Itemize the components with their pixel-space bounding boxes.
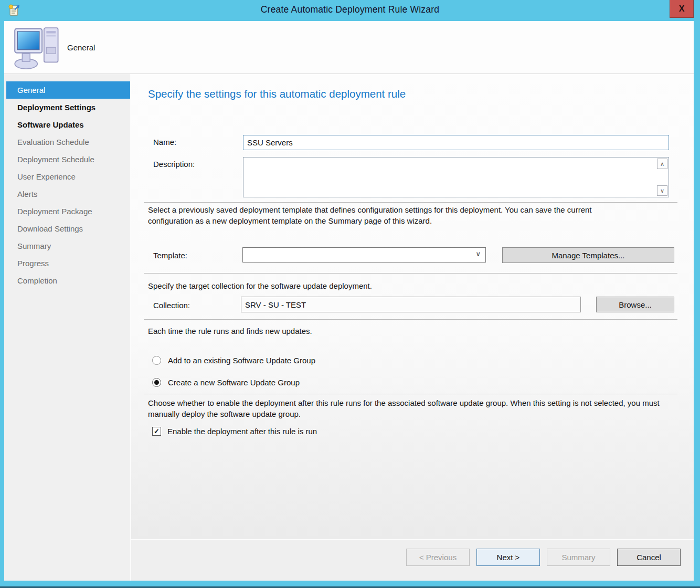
page-banner: General [4, 21, 694, 74]
summary-button: Summary [547, 549, 610, 566]
wizard-steps-sidebar: General Deployment Settings Software Upd… [4, 74, 131, 581]
sidebar-item-summary: Summary [6, 237, 130, 255]
checkbox-checked[interactable]: ✓ [152, 427, 161, 436]
section-divider [144, 273, 677, 274]
sidebar-item-user-experience: User Experience [6, 168, 130, 185]
window-title: Create Automatic Deployment Rule Wizard [0, 4, 700, 15]
enable-deployment-checkbox-row[interactable]: ✓ Enable the deployment after this rule … [152, 427, 317, 436]
name-label: Name: [153, 138, 176, 146]
radio-label: Create a new Software Update Group [168, 378, 300, 387]
cancel-button[interactable]: Cancel [617, 549, 681, 566]
manage-templates-button[interactable]: Manage Templates... [502, 247, 674, 263]
sidebar-item-deployment-schedule: Deployment Schedule [6, 151, 130, 168]
sidebar-item-completion: Completion [6, 272, 130, 289]
template-help-text: Select a previously saved deployment tem… [148, 204, 623, 226]
radio-button-unselected[interactable] [152, 356, 161, 365]
banner-page-label: General [67, 43, 95, 52]
next-button[interactable]: Next > [476, 549, 540, 566]
enable-help-text: Choose whether to enable the deployment … [148, 397, 677, 419]
titlebar: Create Automatic Deployment Rule Wizard … [0, 0, 700, 21]
browse-button[interactable]: Browse... [596, 297, 674, 312]
sidebar-item-download-settings: Download Settings [6, 220, 130, 237]
sidebar-item-general[interactable]: General [6, 81, 130, 99]
checkbox-label: Enable the deployment after this rule is… [167, 427, 317, 436]
radio-add-to-existing-group[interactable]: Add to an existing Software Update Group [152, 356, 315, 365]
previous-button: < Previous [406, 549, 470, 566]
template-dropdown[interactable]: ∨ [242, 247, 486, 262]
chevron-down-icon: ∨ [475, 250, 481, 258]
section-divider [144, 319, 677, 320]
radio-button-selected[interactable] [152, 378, 161, 387]
computer-icon [14, 25, 62, 70]
radio-label: Add to an existing Software Update Group [168, 356, 315, 365]
close-icon[interactable]: X [670, 0, 694, 18]
scroll-down-icon[interactable]: ∨ [657, 185, 667, 196]
sidebar-item-deployment-package: Deployment Package [6, 203, 130, 220]
sidebar-item-evaluation-schedule: Evaluation Schedule [6, 133, 130, 151]
description-label: Description: [153, 160, 195, 169]
rule-runs-text: Each time the rule runs and finds new up… [148, 326, 312, 337]
collection-input[interactable]: SRV - SU - TEST [241, 297, 581, 312]
page-title: Specify the settings for this automatic … [148, 88, 406, 100]
collection-label: Collection: [153, 301, 190, 310]
description-scrollbar[interactable]: ∧ ∨ [657, 159, 667, 196]
section-divider [144, 394, 677, 394]
radio-create-new-group[interactable]: Create a new Software Update Group [152, 378, 300, 387]
right-column: Specify the settings for this automatic … [131, 74, 694, 581]
name-input[interactable] [243, 135, 669, 150]
scroll-up-icon[interactable]: ∧ [657, 159, 667, 169]
window-body: General General Deployment Settings Soft… [4, 21, 694, 581]
sidebar-item-software-updates[interactable]: Software Updates [6, 116, 130, 133]
sidebar-item-deployment-settings[interactable]: Deployment Settings [6, 99, 130, 116]
sidebar-item-alerts: Alerts [6, 185, 130, 203]
description-input[interactable]: ∧ ∨ [243, 157, 669, 197]
wizard-footer: < Previous Next > Summary Cancel [131, 539, 694, 581]
section-divider [144, 202, 677, 203]
general-page: Specify the settings for this automatic … [131, 74, 694, 539]
sidebar-item-progress: Progress [6, 255, 130, 272]
collection-help-text: Specify the target collection for the so… [148, 280, 372, 291]
template-label: Template: [153, 251, 187, 260]
wizard-window: { "window": { "title": "Create Automatic… [0, 0, 700, 588]
content-row: General Deployment Settings Software Upd… [4, 74, 694, 581]
